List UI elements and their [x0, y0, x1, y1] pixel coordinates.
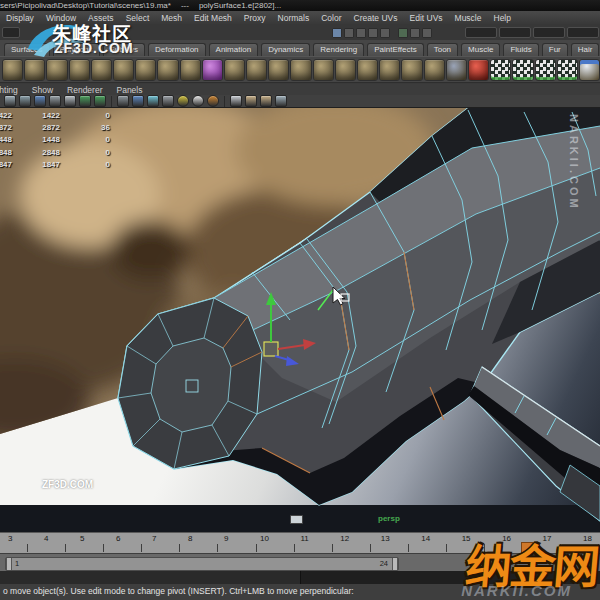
uv-checker-icon[interactable] [557, 59, 578, 81]
snap-curve-icon[interactable] [344, 28, 354, 38]
poly-platonic-icon[interactable] [157, 59, 178, 81]
bookmarks-icon[interactable] [49, 95, 61, 107]
quick-select-field[interactable] [465, 27, 497, 38]
multisample-icon[interactable] [162, 95, 174, 107]
menu-item-create-uvs[interactable]: Create UVs [348, 13, 404, 23]
poly-helix-icon[interactable] [113, 59, 134, 81]
shelf-tab-animation[interactable]: Animation [209, 43, 259, 56]
range-slider[interactable]: 1 24 [5, 557, 399, 571]
shelf-tab-surfaces[interactable]: Surfaces [4, 43, 50, 56]
render-icon[interactable] [410, 28, 420, 38]
command-line-input[interactable] [0, 571, 301, 584]
snap-grid-icon[interactable] [332, 28, 342, 38]
range-start-handle[interactable] [6, 558, 12, 570]
poly-bevel-icon[interactable] [424, 59, 445, 81]
uv-checker-icon[interactable] [535, 59, 556, 81]
poly-reduce-icon[interactable] [468, 59, 489, 81]
poly-plane-icon[interactable] [24, 59, 45, 81]
shelf-tab-deformation[interactable]: Deformation [148, 43, 206, 56]
isolate-select-icon[interactable] [230, 95, 242, 107]
manipulator-center-handle[interactable] [264, 342, 278, 356]
shelf-tab-polygons[interactable]: Polygons [53, 43, 100, 56]
shelf-tab-fur[interactable]: Fur [542, 43, 568, 56]
snap-view-icon[interactable] [368, 28, 378, 38]
make-live-icon[interactable] [380, 28, 390, 38]
poly-bridge-icon[interactable] [446, 59, 467, 81]
poly-torus-icon[interactable] [46, 59, 67, 81]
shelf-tab-rendering[interactable]: Rendering [313, 43, 364, 56]
menu-item-edit-uvs[interactable]: Edit UVs [403, 13, 448, 23]
shelf-tab-subdivs[interactable]: Subdivs [103, 43, 145, 56]
poly-pyramid-icon[interactable] [69, 59, 90, 81]
shelf-tab-toon[interactable]: Toon [427, 43, 458, 56]
poly-separate-icon[interactable] [290, 59, 311, 81]
poly-pipe-icon[interactable] [91, 59, 112, 81]
panel-menu-show[interactable]: Show [25, 85, 60, 95]
poly-soccer-icon[interactable] [135, 59, 156, 81]
camera-attributes-icon[interactable] [34, 95, 46, 107]
poly-mirror-icon[interactable] [357, 59, 378, 81]
current-frame-marker[interactable] [521, 542, 535, 553]
joints-xray-icon[interactable] [260, 95, 272, 107]
use-all-lights-icon[interactable] [177, 95, 189, 107]
menu-item-normals[interactable]: Normals [272, 13, 316, 23]
menu-item-assets[interactable]: Assets [82, 13, 120, 23]
shaded-mode-icon[interactable] [132, 95, 144, 107]
poly-merge-icon[interactable] [401, 59, 422, 81]
pan-zoom-icon[interactable] [79, 95, 91, 107]
numeric-input-field[interactable] [533, 27, 565, 38]
poly-split-icon[interactable] [379, 59, 400, 81]
time-slider[interactable]: 3456789101112131415161718 [0, 532, 600, 553]
menu-item-edit-mesh[interactable]: Edit Mesh [188, 13, 238, 23]
menu-item-proxy[interactable]: Proxy [238, 13, 272, 23]
uv-editor-icon[interactable] [579, 59, 600, 81]
menu-item-help[interactable]: Help [488, 13, 517, 23]
construction-history-icon[interactable] [398, 28, 408, 38]
shelf-tab-muscle[interactable]: Muscle [461, 43, 500, 56]
poly-smooth-icon[interactable] [335, 59, 356, 81]
selection-mask-box[interactable] [2, 27, 20, 38]
menu-item-select[interactable]: Select [120, 13, 156, 23]
rename-field[interactable] [499, 27, 531, 38]
time-slider-ticks [27, 544, 600, 552]
viewport-3d[interactable]: 14222872144828481847 1422287214482848184… [0, 108, 600, 532]
numeric-input-field-2[interactable] [567, 27, 599, 38]
panel-menu-lighting[interactable]: Lighting [0, 85, 25, 95]
range-end-handle[interactable] [392, 558, 398, 570]
poly-booleans-icon[interactable] [313, 59, 334, 81]
flat-lighting-icon[interactable] [192, 95, 204, 107]
xray-icon[interactable] [245, 95, 257, 107]
uv-checker-icon[interactable] [490, 59, 511, 81]
lock-camera-icon[interactable] [19, 95, 31, 107]
menu-item-color[interactable]: Color [315, 13, 347, 23]
shelf-tab-hair[interactable]: Hair [571, 43, 600, 56]
menu-item-display[interactable]: Display [0, 13, 40, 23]
no-lights-icon[interactable] [207, 95, 219, 107]
shelf-tab-painteffects[interactable]: PaintEffects [367, 43, 424, 56]
menu-item-muscle[interactable]: Muscle [449, 13, 488, 23]
poly-extrude-icon[interactable] [246, 59, 267, 81]
snap-point-icon[interactable] [356, 28, 366, 38]
poly-sphere-icon[interactable] [180, 59, 201, 81]
poly-cube-icon[interactable] [224, 59, 245, 81]
poly-combine-icon[interactable] [268, 59, 289, 81]
subdiv-cube-icon[interactable] [202, 59, 223, 81]
wireframe-mode-icon[interactable] [117, 95, 129, 107]
shelf-tab-dynamics[interactable]: Dynamics [261, 43, 310, 56]
grease-pencil-icon[interactable] [94, 95, 106, 107]
textured-mode-icon[interactable] [147, 95, 159, 107]
uv-checker-icon[interactable] [512, 59, 533, 81]
menu-item-window[interactable]: Window [40, 13, 82, 23]
share-view-icon[interactable] [275, 95, 287, 107]
viewport-canvas[interactable] [0, 108, 600, 532]
panel-menu-panels[interactable]: Panels [109, 85, 149, 95]
select-camera-icon[interactable] [4, 95, 16, 107]
frame-number-11: 11 [300, 534, 308, 543]
mesh-handle[interactable] [468, 367, 600, 521]
menu-item-mesh[interactable]: Mesh [155, 13, 188, 23]
ipr-render-icon[interactable] [422, 28, 432, 38]
poly-cone-icon[interactable] [2, 59, 23, 81]
image-plane-icon[interactable] [64, 95, 76, 107]
panel-menu-renderer[interactable]: Renderer [60, 85, 109, 95]
shelf-tab-fluids[interactable]: Fluids [503, 43, 538, 56]
